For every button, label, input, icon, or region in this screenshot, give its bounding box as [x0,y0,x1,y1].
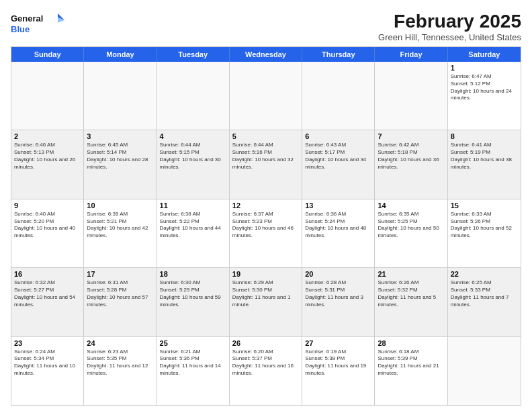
cell-info-5: Sunrise: 6:44 AMSunset: 5:16 PMDaylight:… [232,142,299,171]
cell-info-19: Sunrise: 6:29 AMSunset: 5:30 PMDaylight:… [232,279,299,308]
weekday-sunday: Sunday [11,47,84,62]
calendar-cell-0-0 [11,62,84,130]
cell-info-20: Sunrise: 6:28 AMSunset: 5:31 PMDaylight:… [305,279,371,308]
calendar-cell-2-5: 14Sunrise: 6:35 AMSunset: 5:25 PMDayligh… [375,199,447,267]
cell-info-24: Sunrise: 6:23 AMSunset: 5:35 PMDaylight:… [87,349,153,377]
day-number-11: 11 [160,201,226,210]
calendar-cell-2-1: 10Sunrise: 6:39 AMSunset: 5:21 PMDayligh… [84,199,157,267]
day-number-13: 13 [305,201,371,210]
calendar-cell-4-0: 23Sunrise: 6:24 AMSunset: 5:34 PMDayligh… [11,337,84,405]
header: General Blue February 2025 Green Hill, T… [11,11,521,42]
cell-info-28: Sunrise: 6:18 AMSunset: 5:39 PMDaylight:… [378,349,444,377]
calendar: Sunday Monday Tuesday Wednesday Thursday… [11,46,521,406]
calendar-cell-3-4: 20Sunrise: 6:28 AMSunset: 5:31 PMDayligh… [302,268,375,336]
weekday-monday: Monday [84,47,157,62]
calendar-cell-4-2: 25Sunrise: 6:21 AMSunset: 5:36 PMDayligh… [157,337,230,405]
day-number-5: 5 [232,132,299,140]
cell-info-13: Sunrise: 6:36 AMSunset: 5:24 PMDaylight:… [305,211,371,240]
calendar-cell-2-6: 15Sunrise: 6:33 AMSunset: 5:26 PMDayligh… [448,199,521,267]
calendar-row-2: 9Sunrise: 6:40 AMSunset: 5:20 PMDaylight… [11,199,521,268]
calendar-cell-4-6 [448,337,521,405]
calendar-cell-0-5 [375,62,447,130]
calendar-cell-4-1: 24Sunrise: 6:23 AMSunset: 5:35 PMDayligh… [84,337,157,405]
day-number-28: 28 [378,339,444,347]
calendar-cell-1-3: 5Sunrise: 6:44 AMSunset: 5:16 PMDaylight… [230,130,302,198]
calendar-cell-3-5: 21Sunrise: 6:26 AMSunset: 5:32 PMDayligh… [375,268,447,336]
calendar-cell-1-4: 6Sunrise: 6:43 AMSunset: 5:17 PMDaylight… [302,130,375,198]
weekday-saturday: Saturday [448,47,521,62]
calendar-row-4: 23Sunrise: 6:24 AMSunset: 5:34 PMDayligh… [11,337,521,405]
svg-text:Blue: Blue [11,24,30,34]
cell-info-16: Sunrise: 6:32 AMSunset: 5:27 PMDaylight:… [14,279,81,308]
cell-info-12: Sunrise: 6:37 AMSunset: 5:23 PMDaylight:… [232,211,299,240]
day-number-3: 3 [87,132,153,140]
calendar-cell-4-4: 27Sunrise: 6:19 AMSunset: 5:38 PMDayligh… [302,337,375,405]
day-number-2: 2 [14,132,81,140]
calendar-cell-1-6: 8Sunrise: 6:41 AMSunset: 5:19 PMDaylight… [448,130,521,198]
calendar-cell-0-3 [230,62,302,130]
calendar-cell-0-2 [157,62,230,130]
calendar-cell-3-2: 18Sunrise: 6:30 AMSunset: 5:29 PMDayligh… [157,268,230,336]
calendar-body: 1Sunrise: 6:47 AMSunset: 5:12 PMDaylight… [11,62,521,405]
day-number-15: 15 [451,201,518,210]
month-title: February 2025 [378,11,521,32]
cell-info-7: Sunrise: 6:42 AMSunset: 5:18 PMDaylight:… [378,142,444,171]
weekday-thursday: Thursday [302,47,375,62]
day-number-27: 27 [305,339,371,347]
calendar-cell-1-1: 3Sunrise: 6:45 AMSunset: 5:14 PMDaylight… [84,130,157,198]
calendar-cell-3-6: 22Sunrise: 6:25 AMSunset: 5:33 PMDayligh… [448,268,521,336]
day-number-4: 4 [160,132,226,140]
day-number-9: 9 [14,201,81,210]
day-number-8: 8 [451,132,518,140]
day-number-17: 17 [87,270,153,278]
calendar-cell-0-6: 1Sunrise: 6:47 AMSunset: 5:12 PMDaylight… [448,62,521,130]
calendar-cell-2-0: 9Sunrise: 6:40 AMSunset: 5:20 PMDaylight… [11,199,84,267]
day-number-14: 14 [378,201,444,210]
calendar-cell-3-3: 19Sunrise: 6:29 AMSunset: 5:30 PMDayligh… [230,268,302,336]
calendar-cell-3-0: 16Sunrise: 6:32 AMSunset: 5:27 PMDayligh… [11,268,84,336]
day-number-16: 16 [14,270,81,278]
calendar-cell-1-2: 4Sunrise: 6:44 AMSunset: 5:15 PMDaylight… [157,130,230,198]
day-number-22: 22 [451,270,518,278]
calendar-row-3: 16Sunrise: 6:32 AMSunset: 5:27 PMDayligh… [11,268,521,336]
calendar-cell-3-1: 17Sunrise: 6:31 AMSunset: 5:28 PMDayligh… [84,268,157,336]
calendar-row-1: 2Sunrise: 6:46 AMSunset: 5:13 PMDaylight… [11,130,521,199]
cell-info-1: Sunrise: 6:47 AMSunset: 5:12 PMDaylight:… [451,73,518,102]
calendar-cell-0-1 [84,62,157,130]
calendar-cell-2-4: 13Sunrise: 6:36 AMSunset: 5:24 PMDayligh… [302,199,375,267]
cell-info-26: Sunrise: 6:20 AMSunset: 5:37 PMDaylight:… [232,349,299,377]
day-number-12: 12 [232,201,299,210]
calendar-cell-1-5: 7Sunrise: 6:42 AMSunset: 5:18 PMDaylight… [375,130,447,198]
cell-info-11: Sunrise: 6:38 AMSunset: 5:22 PMDaylight:… [160,211,226,240]
weekday-tuesday: Tuesday [157,47,230,62]
title-block: February 2025 Green Hill, Tennessee, Uni… [378,11,521,42]
weekday-friday: Friday [375,47,447,62]
cell-info-14: Sunrise: 6:35 AMSunset: 5:25 PMDaylight:… [378,211,444,240]
page: General Blue February 2025 Green Hill, T… [0,0,532,411]
calendar-cell-0-4 [302,62,375,130]
day-number-19: 19 [232,270,299,278]
day-number-18: 18 [160,270,226,278]
cell-info-2: Sunrise: 6:46 AMSunset: 5:13 PMDaylight:… [14,142,81,171]
cell-info-25: Sunrise: 6:21 AMSunset: 5:36 PMDaylight:… [160,349,226,377]
cell-info-8: Sunrise: 6:41 AMSunset: 5:19 PMDaylight:… [451,142,518,171]
day-number-1: 1 [451,64,518,72]
day-number-6: 6 [305,132,371,140]
day-number-25: 25 [160,339,226,347]
cell-info-27: Sunrise: 6:19 AMSunset: 5:38 PMDaylight:… [305,349,371,377]
logo-svg: General Blue [11,11,64,38]
location: Green Hill, Tennessee, United States [378,32,521,42]
cell-info-21: Sunrise: 6:26 AMSunset: 5:32 PMDaylight:… [378,279,444,308]
cell-info-23: Sunrise: 6:24 AMSunset: 5:34 PMDaylight:… [14,349,81,377]
calendar-cell-4-5: 28Sunrise: 6:18 AMSunset: 5:39 PMDayligh… [375,337,447,405]
calendar-header: Sunday Monday Tuesday Wednesday Thursday… [11,47,521,62]
cell-info-17: Sunrise: 6:31 AMSunset: 5:28 PMDaylight:… [87,279,153,308]
calendar-row-0: 1Sunrise: 6:47 AMSunset: 5:12 PMDaylight… [11,62,521,130]
day-number-7: 7 [378,132,444,140]
calendar-cell-1-0: 2Sunrise: 6:46 AMSunset: 5:13 PMDaylight… [11,130,84,198]
day-number-10: 10 [87,201,153,210]
svg-text:General: General [11,13,43,24]
cell-info-3: Sunrise: 6:45 AMSunset: 5:14 PMDaylight:… [87,142,153,171]
logo: General Blue [11,11,64,38]
day-number-23: 23 [14,339,81,347]
